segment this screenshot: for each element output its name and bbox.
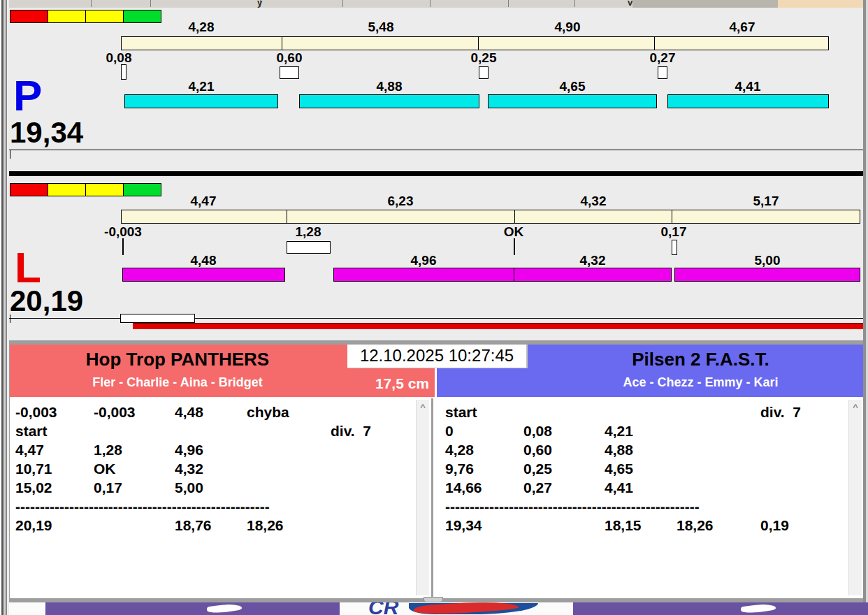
dog-time-bar <box>299 94 479 108</box>
status-lights <box>10 183 161 196</box>
split-bar-segment <box>122 210 287 223</box>
dog-time-bar <box>514 268 672 282</box>
split-bar-segment <box>655 37 828 50</box>
cell: -0,003 <box>94 404 175 423</box>
split-bar-segment <box>672 210 860 223</box>
cell: 20,19 <box>15 517 94 536</box>
cell: OK <box>94 461 175 479</box>
mark-box <box>672 240 677 255</box>
lane-panel-l: 4,47 6,23 4,32 5,17 -0,003 1,28 OK 0,17 … <box>9 176 863 319</box>
dog-time-label: 5,00 <box>755 254 781 267</box>
table-row: 19,3418,1518,260,19 <box>445 517 851 536</box>
split-time-label: 4,32 <box>581 194 607 208</box>
start-mark-label: 0,27 <box>650 51 676 64</box>
table-separator-row: ----------------------------------------… <box>15 498 421 517</box>
toolbar-block <box>632 0 778 8</box>
left-jump-height: 17,5 cm <box>359 375 429 392</box>
dog-time-bar <box>333 268 514 282</box>
dog-time-bar <box>124 94 278 108</box>
status-light-red-icon <box>10 10 48 23</box>
start-mark-label: 0,17 <box>661 225 687 238</box>
table-row: startdiv. 7 <box>15 423 421 442</box>
left-results-body: -0,003-0,0034,48chyba startdiv. 7 4,471,… <box>15 404 421 536</box>
split-time-label: 5,17 <box>753 194 779 208</box>
toolbar-divider <box>574 0 575 7</box>
cell: start <box>445 404 523 423</box>
sponsor-banner <box>573 602 868 615</box>
split-bar-segment <box>479 37 656 50</box>
cell: 0,08 <box>523 423 605 442</box>
cell <box>331 442 421 461</box>
cell: 0 <box>445 423 523 442</box>
race-progress-bar <box>133 323 863 329</box>
table-row: 4,280,604,88 <box>445 442 851 461</box>
scrollbar[interactable]: ^ <box>416 400 429 595</box>
left-results-table[interactable]: -0,003-0,0034,48chyba startdiv. 7 4,471,… <box>10 398 431 598</box>
mark-box <box>280 66 299 79</box>
cell: 9,76 <box>445 461 523 479</box>
cell: 18,26 <box>677 517 760 536</box>
start-mark-label: 1,28 <box>296 225 321 238</box>
cell: 0,17 <box>94 479 175 498</box>
table-row: 4,471,284,96 <box>15 442 421 461</box>
table-row: -0,003-0,0034,48chyba <box>15 404 421 423</box>
footer-logo-band: CR <box>9 602 868 615</box>
cell <box>523 517 605 536</box>
cell <box>247 461 331 479</box>
cell <box>94 517 175 536</box>
table-row: 00,084,21 <box>445 423 851 442</box>
table-row: startdiv. 7 <box>445 404 851 423</box>
status-light-red-icon <box>10 183 48 196</box>
split-bar-segment <box>287 210 515 223</box>
split-time-label: 5,48 <box>368 20 394 34</box>
scroll-up-icon[interactable]: ^ <box>849 402 862 412</box>
table-row: 9,760,254,65 <box>445 461 851 479</box>
lane-letter: L <box>15 246 41 289</box>
right-team-dogs: Ace - Chezz - Emmy - Kari <box>537 375 864 390</box>
table-row: 14,660,274,41 <box>445 479 851 498</box>
cell <box>760 442 851 461</box>
mark-tick <box>514 238 515 255</box>
status-light-green-icon <box>123 10 161 23</box>
split-bar <box>121 210 860 224</box>
status-light-yellow-icon <box>85 183 124 196</box>
cell: 15,02 <box>15 479 94 498</box>
cell: start <box>15 423 94 442</box>
lane-divider <box>9 171 863 176</box>
right-team-name: Pilsen 2 F.A.S.T. <box>537 349 864 370</box>
lane-letter: P <box>13 74 42 117</box>
cell <box>760 479 851 498</box>
mark-tick <box>122 238 124 255</box>
cell: 5,00 <box>175 479 247 498</box>
start-mark-label: 0,25 <box>471 51 497 64</box>
split-time-label: 4,90 <box>555 20 581 34</box>
table-row: 10,71OK4,32 <box>15 461 421 479</box>
right-results-table[interactable]: startdiv. 7 00,084,21 4,280,604,88 9,760… <box>433 398 864 598</box>
dog-time-label: 4,41 <box>735 80 761 93</box>
cell: 4,48 <box>175 404 247 423</box>
dog-time-bar <box>667 94 829 108</box>
dog-time-label: 4,65 <box>560 80 586 93</box>
status-light-green-icon <box>123 183 161 196</box>
mark-box <box>479 66 489 79</box>
split-time-label: 4,47 <box>191 194 217 208</box>
start-mark-label: OK <box>504 225 524 238</box>
cell: div. 7 <box>331 423 421 442</box>
cell: 4,47 <box>15 442 94 461</box>
cell: 1,28 <box>94 442 175 461</box>
tick-mark <box>10 314 10 323</box>
scrollbar[interactable]: ^ <box>848 400 862 595</box>
dash-separator: ----------------------------------------… <box>445 498 704 517</box>
cell <box>247 423 331 442</box>
cell <box>677 461 760 479</box>
flyball-timing-app: y v 4,28 5,48 4,90 4,67 0,08 0,60 0,25 0… <box>0 0 868 615</box>
scroll-up-icon[interactable]: ^ <box>417 402 429 412</box>
sponsor-banner <box>45 602 340 615</box>
cell <box>331 461 421 479</box>
cell <box>760 423 851 442</box>
cell: 18,15 <box>605 517 677 536</box>
cell <box>523 404 605 423</box>
scoreboard-panel: Hop Trop PANTHERS Fler - Charlie - Aina … <box>6 340 868 602</box>
split-bar-segment <box>122 37 282 50</box>
cell: 0,60 <box>523 442 605 461</box>
